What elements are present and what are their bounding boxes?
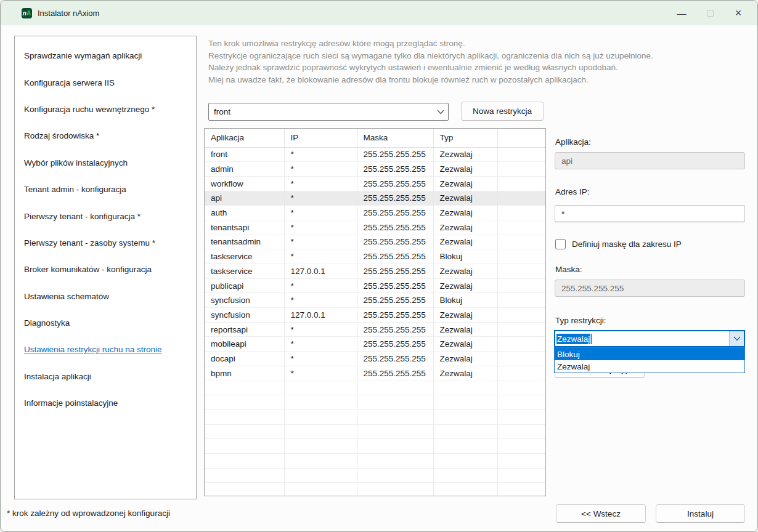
sidebar-item[interactable]: Diagnostyka bbox=[15, 310, 196, 336]
table-cell bbox=[497, 453, 545, 468]
mask-field: 255.255.255.255 bbox=[555, 280, 745, 297]
table-row-selected[interactable]: api*255.255.255.255Zezwalaj bbox=[205, 191, 545, 206]
table-cell: front bbox=[205, 147, 284, 162]
table-cell bbox=[497, 162, 545, 177]
table-row[interactable]: tenantsapi*255.255.255.255Zezwalaj bbox=[205, 220, 545, 235]
close-icon: × bbox=[735, 7, 742, 20]
table-cell: * bbox=[284, 278, 357, 293]
sidebar-item-active[interactable]: Ustawienia restrykcji ruchu na stronie bbox=[15, 336, 196, 363]
table-cell bbox=[357, 381, 433, 395]
table-cell: Zezwalaj bbox=[433, 206, 497, 220]
sidebar-item[interactable]: Broker komunikatów - konfiguracja bbox=[15, 256, 196, 283]
sidebar-item[interactable]: Ustawienia schematów bbox=[15, 283, 196, 310]
table-cell bbox=[433, 409, 497, 424]
table-row[interactable]: auth*255.255.255.255Zezwalaj bbox=[205, 206, 545, 220]
table-row[interactable]: reportsapi*255.255.255.255Zezwalaj bbox=[205, 322, 545, 337]
table-cell: * bbox=[284, 206, 357, 220]
table-cell bbox=[497, 352, 545, 366]
define-mask-checkbox-label: Definiuj maskę dla zakresu IP bbox=[572, 240, 682, 249]
table-cell bbox=[284, 468, 357, 483]
table-cell: Zezwalaj bbox=[433, 337, 497, 352]
table-row[interactable]: taskservice*255.255.255.255Blokuj bbox=[205, 249, 545, 264]
table-cell: 255.255.255.255 bbox=[357, 366, 433, 381]
new-restriction-button[interactable]: Nowa restrykcja bbox=[461, 102, 544, 121]
dropdown-option[interactable]: Blokuj bbox=[555, 348, 744, 360]
table-row[interactable]: taskservice127.0.0.1255.255.255.255Zezwa… bbox=[205, 264, 545, 279]
sidebar-item[interactable]: Konfiguracja ruchu wewnętrznego * bbox=[15, 96, 196, 123]
table-row[interactable]: front*255.255.255.255Zezwalaj bbox=[205, 147, 545, 162]
table-cell bbox=[357, 483, 433, 496]
table-cell: Zezwalaj bbox=[433, 352, 497, 366]
table-cell bbox=[433, 439, 497, 454]
table-cell: 255.255.255.255 bbox=[357, 322, 433, 337]
table-row[interactable]: admin*255.255.255.255Zezwalaj bbox=[205, 162, 545, 177]
table-cell bbox=[205, 453, 284, 468]
table-row[interactable]: publicapi*255.255.255.255Zezwalaj bbox=[205, 278, 545, 293]
table-cell: publicapi bbox=[205, 278, 284, 293]
ip-address-field[interactable]: * bbox=[555, 205, 745, 222]
install-button[interactable]: Instaluj bbox=[656, 504, 745, 523]
sidebar-item[interactable]: Konfiguracja serwera IIS bbox=[15, 69, 196, 95]
sidebar-item[interactable]: Tenant admin - konfiguracja bbox=[15, 176, 196, 203]
restriction-type-dropdown-button[interactable] bbox=[729, 331, 744, 346]
description-line: Miej na uwadze fakt, że blokowanie adres… bbox=[208, 74, 590, 86]
column-header[interactable]: Maska bbox=[357, 129, 433, 147]
maximize-button bbox=[696, 1, 724, 25]
table-cell bbox=[497, 395, 545, 410]
close-button[interactable]: × bbox=[724, 1, 752, 25]
dropdown-option[interactable]: Zezwalaj bbox=[555, 360, 744, 373]
table-cell: 255.255.255.255 bbox=[357, 206, 433, 220]
table-row[interactable]: tenantsadmin*255.255.255.255Zezwalaj bbox=[205, 235, 545, 249]
table-cell bbox=[497, 235, 545, 249]
minimize-button[interactable]: — bbox=[667, 1, 696, 25]
table-cell bbox=[205, 439, 284, 454]
column-header[interactable]: IP bbox=[284, 129, 357, 147]
application-label: Aplikacja: bbox=[555, 137, 591, 147]
table-cell: Zezwalaj bbox=[433, 322, 497, 337]
application-select[interactable]: front bbox=[208, 103, 449, 121]
table-row[interactable]: mobileapi*255.255.255.255Zezwalaj bbox=[205, 337, 545, 352]
sidebar-item[interactable]: Rodzaj środowiska * bbox=[15, 123, 196, 149]
sidebar-item[interactable]: Wybór plików instalacyjnych bbox=[15, 150, 196, 176]
table-cell: * bbox=[284, 322, 357, 337]
table-cell bbox=[284, 381, 357, 395]
table-cell bbox=[497, 322, 545, 337]
column-header-empty bbox=[497, 129, 545, 147]
table-cell bbox=[433, 395, 497, 410]
table-cell: 255.255.255.255 bbox=[357, 191, 433, 206]
back-button[interactable]: << Wstecz bbox=[556, 504, 646, 523]
table-row[interactable]: docapi*255.255.255.255Zezwalaj bbox=[205, 352, 545, 366]
table-cell bbox=[284, 395, 357, 410]
table-row[interactable]: workflow*255.255.255.255Zezwalaj bbox=[205, 176, 545, 191]
table-cell bbox=[497, 308, 545, 323]
table-cell bbox=[205, 395, 284, 410]
table-cell bbox=[497, 176, 545, 191]
mask-label: Maska: bbox=[555, 265, 582, 274]
table-row[interactable]: syncfusion127.0.0.1255.255.255.255Zezwal… bbox=[205, 308, 545, 323]
restriction-type-combobox[interactable]: Zezwalaj bbox=[554, 330, 745, 347]
sidebar-item[interactable]: Instalacja aplikacji bbox=[15, 363, 196, 390]
sidebar-item[interactable]: Informacje poinstalacyjne bbox=[15, 390, 196, 416]
sidebar-item[interactable]: Sprawdzanie wymagań aplikacji bbox=[15, 42, 196, 69]
sidebar-item[interactable]: Pierwszy tenant - zasoby systemu * bbox=[15, 230, 196, 256]
application-select-value: front bbox=[209, 107, 433, 116]
column-header[interactable]: Typ bbox=[433, 129, 497, 147]
maximize-icon bbox=[707, 10, 714, 17]
table-cell: Blokuj bbox=[433, 249, 497, 264]
table-row-empty bbox=[205, 424, 545, 439]
table-cell bbox=[433, 468, 497, 483]
define-mask-checkbox[interactable] bbox=[555, 239, 566, 249]
table-row[interactable]: bpmn*255.255.255.255Zezwalaj bbox=[205, 366, 545, 381]
table-cell: Zezwalaj bbox=[433, 264, 497, 279]
restriction-type-label: Typ restrykcji: bbox=[555, 316, 606, 325]
table-row[interactable]: syncfusion*255.255.255.255Blokuj bbox=[205, 293, 545, 308]
table-cell bbox=[205, 424, 284, 439]
table-row-empty bbox=[205, 439, 545, 454]
table-cell: taskservice bbox=[205, 264, 284, 279]
table-cell bbox=[284, 424, 357, 439]
column-header[interactable]: Aplikacja bbox=[205, 129, 284, 147]
sidebar-item[interactable]: Pierwszy tenant - konfiguracja * bbox=[15, 203, 196, 229]
window-controls: — × bbox=[667, 1, 752, 25]
step-description: Ten krok umożliwia restrykcję adresów kt… bbox=[208, 38, 590, 86]
installer-steps-sidebar: Sprawdzanie wymagań aplikacjiKonfiguracj… bbox=[14, 36, 197, 499]
